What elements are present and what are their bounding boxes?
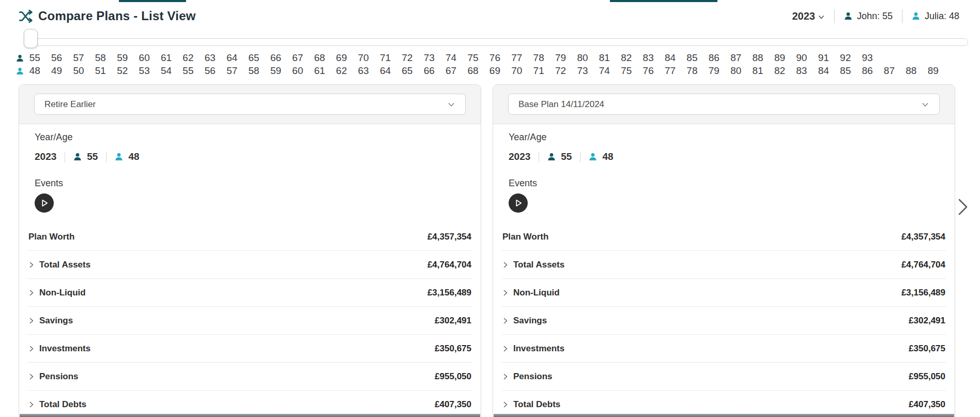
plan-select-dropdown[interactable]: Retire Earlier [34,94,466,115]
timeline-age: 51 [89,65,111,77]
timeline-row-julia: 4849505152535455565758596061626364656667… [16,65,980,77]
financial-value: £350,675 [909,344,946,354]
play-events-button[interactable] [35,193,54,213]
timeline-age: 66 [418,65,440,77]
timeline-age: 90 [791,52,813,64]
financial-label: Pensions [39,371,79,382]
timeline-age: 85 [681,52,703,64]
play-events-button[interactable] [509,193,528,213]
financial-row[interactable]: Total Debts£407,350 [501,391,946,417]
play-icon [40,199,49,207]
chevron-right-icon[interactable] [28,346,35,352]
plan-select-dropdown[interactable]: Base Plan 14/11/2024 [508,94,940,115]
plan-year: 2023 [35,151,56,162]
chevron-right-icon[interactable] [502,318,509,324]
timeline-age: 63 [353,65,374,77]
timeline-age: 73 [572,65,593,77]
timeline-age: 60 [133,52,155,64]
financial-label: Plan Worth [502,232,548,242]
chevron-right-icon[interactable] [502,346,509,352]
events-heading: Events [35,178,472,189]
timeline-age: 62 [177,52,199,64]
financial-row[interactable]: Investments£350,675 [27,335,472,363]
timeline-age: 72 [549,65,571,77]
timeline-age: 72 [396,52,418,64]
person-chip-john: John: 55 [844,11,893,22]
chevron-right-icon[interactable] [28,318,35,324]
divider [106,152,106,162]
timeline-slider-handle[interactable] [24,29,38,48]
financial-label: Savings [39,316,73,326]
chevron-right-icon[interactable] [28,374,35,380]
person-name-age: John: 55 [857,11,893,22]
financial-value: £302,491 [909,316,946,326]
financial-label: Pensions [513,371,553,382]
timeline-age: 67 [440,65,462,77]
play-icon [514,199,523,207]
chevron-right-icon[interactable] [502,401,509,408]
financial-value: £4,357,354 [427,232,472,242]
chevron-right-icon[interactable] [28,401,35,408]
financial-value: £3,156,489 [901,288,946,298]
next-plan-arrow[interactable] [956,198,970,216]
financial-row[interactable]: Investments£350,675 [501,335,946,363]
financial-value: £4,764,704 [901,260,946,270]
timeline-age: 57 [221,65,243,77]
year-selector-value: 2023 [792,10,815,22]
timeline-age: 48 [24,65,45,77]
timeline-age: 71 [374,52,396,64]
financial-value: £4,357,354 [901,232,946,242]
divider [834,9,835,23]
chevron-right-icon[interactable] [502,374,509,380]
timeline-age: 58 [243,65,265,77]
year-age-values: 2023 55 48 [509,151,946,162]
timeline-age: 89 [922,65,944,77]
top-accent-segment [610,0,717,2]
financial-label: Total Assets [39,260,90,270]
financial-row[interactable]: Total Assets£4,764,704 [27,251,472,279]
timeline-age: 69 [330,52,352,64]
person2-age: 48 [128,151,139,162]
chevron-right-icon[interactable] [502,262,509,268]
financial-row[interactable]: Savings£302,491 [501,307,946,335]
timeline-age: 83 [637,52,659,64]
timeline-age: 75 [616,65,637,77]
timeline-age: 84 [813,65,834,77]
timeline-slider-track[interactable] [26,38,968,46]
timeline-age: 75 [462,52,484,64]
year-selector[interactable]: 2023 [792,10,825,22]
year-age-values: 2023 55 48 [35,151,472,162]
timeline-age: 77 [506,52,528,64]
timeline-age: 77 [659,65,681,77]
timeline-age: 80 [725,65,747,77]
timeline-age: 69 [484,65,506,77]
timeline-age: 70 [506,65,528,77]
chevron-right-icon[interactable] [28,262,35,268]
financial-value: £407,350 [909,399,946,410]
timeline-age: 78 [528,52,549,64]
timeline-ages: 5556575859606162636465666768697071727374… [16,52,980,78]
timeline-age: 83 [791,65,813,77]
timeline-age: 67 [287,52,309,64]
financial-value: £407,350 [435,399,472,410]
financial-row[interactable]: Non-Liquid£3,156,489 [501,279,946,307]
timeline-age: 56 [45,52,67,64]
chevron-right-icon[interactable] [28,290,35,296]
timeline-age: 79 [703,65,725,77]
financial-row[interactable]: Pensions£955,050 [27,363,472,391]
timeline-age: 87 [725,52,747,64]
financial-row[interactable]: Total Debts£407,350 [27,391,472,417]
timeline-age: 82 [769,65,790,77]
person-icon [912,12,920,20]
timeline-age: 82 [616,52,637,64]
timeline-age: 50 [68,65,89,77]
financial-row[interactable]: Pensions£955,050 [501,363,946,391]
financial-row[interactable]: Savings£302,491 [27,307,472,335]
financial-value: £302,491 [435,316,472,326]
financial-value: £3,156,489 [427,288,472,298]
financial-row[interactable]: Non-Liquid£3,156,489 [27,279,472,307]
financial-row[interactable]: Total Assets£4,764,704 [501,251,946,279]
chevron-right-icon[interactable] [502,290,509,296]
person1-age: 55 [561,151,572,162]
financial-list: Plan Worth£4,357,354Total Assets£4,764,7… [501,223,946,417]
